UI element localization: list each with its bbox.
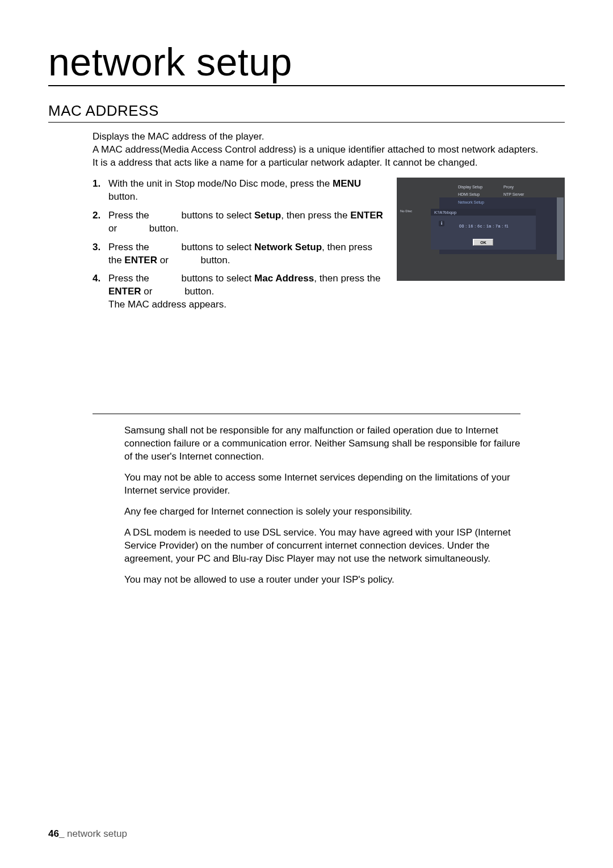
network-setup-label: Network Setup <box>254 242 322 252</box>
step-4-gap <box>152 273 179 284</box>
info-icon: i <box>439 221 444 226</box>
notes-block: Samsung shall not be responsible for any… <box>124 424 531 586</box>
step-3-text-b: buttons to select <box>179 242 254 252</box>
step-3-gap <box>152 242 179 252</box>
steps-list: With the unit in Stop mode/No Disc mode,… <box>93 178 385 311</box>
note-5: You may not be allowed to use a router u… <box>124 574 531 587</box>
step-3: Press the buttons to select Network Setu… <box>93 241 385 267</box>
tv-hdmi-setup: HDMI Setup <box>458 192 480 196</box>
step-3-text-f: or <box>157 255 171 266</box>
step-2-text-b: buttons to select <box>179 210 254 221</box>
note-2: You may not be able to access some Inter… <box>124 471 531 498</box>
mac-address-label: Mac Address <box>254 273 314 284</box>
step-2-text-a: Press the <box>108 210 152 221</box>
footer-label: network setup <box>64 828 127 839</box>
tv-right-column <box>557 197 564 260</box>
enter-label-4: ENTER <box>108 286 141 297</box>
note-3: Any fee charged for Internet connection … <box>124 505 531 519</box>
intro-text: Displays the MAC address of the player. … <box>93 130 565 170</box>
tv-screenshot: No Disc Display Setup HDMI Setup Network… <box>397 178 565 281</box>
tv-no-disc-label: No Disc <box>400 209 412 213</box>
intro-line-1: Displays the MAC address of the player. <box>93 130 565 144</box>
step-2-text-g: button. <box>146 223 179 234</box>
intro-line-3: It is a address that acts like a name fo… <box>93 157 565 170</box>
note-1: Samsung shall not be responsible for any… <box>124 424 531 464</box>
step-1-text-c: button. <box>108 191 138 202</box>
setup-label: Setup <box>254 210 281 221</box>
step-4-text-d: , then press the <box>314 273 380 284</box>
tv-network-setup: Network Setup <box>458 200 484 204</box>
step-2-gap2 <box>120 223 146 234</box>
enter-label-2: ENTER <box>350 210 383 221</box>
footer-page-number: 46_ <box>48 828 64 839</box>
menu-button-label: MENU <box>333 178 361 189</box>
step-2-gap <box>152 210 179 221</box>
section-heading: MAC ADDRESS <box>48 102 565 123</box>
step-1: With the unit in Stop mode/No Disc mode,… <box>93 178 385 204</box>
step-4: Press the buttons to select Mac Address,… <box>93 272 385 311</box>
ok-button[interactable]: OK <box>473 239 493 246</box>
tv-proxy: Proxy <box>503 185 514 189</box>
page-title: network setup <box>48 40 565 86</box>
step-2: Press the buttons to select Setup, then … <box>93 209 385 235</box>
tv-display-setup: Display Setup <box>458 185 482 189</box>
step-4-text-a: Press the <box>108 273 152 284</box>
page-footer: 46_ network setup <box>48 828 127 840</box>
step-4-text-f: or <box>141 286 156 297</box>
step-4-text-g: button. <box>182 286 214 297</box>
step-4-gap2 <box>155 286 182 297</box>
note-4: A DSL modem is needed to use DSL service… <box>124 526 531 566</box>
step-1-text-a: With the unit in Stop mode/No Disc mode,… <box>108 178 333 189</box>
step-2-text-d: , then press the <box>281 210 350 221</box>
tv-ntp: NTP Server <box>503 192 524 196</box>
tv-mac-value: 00 : 16 : 6c : 1a : 7a : f1 <box>459 224 509 228</box>
step-3-gap2 <box>171 255 198 266</box>
step-2-text-f: or <box>108 223 120 234</box>
intro-line-2: A MAC address(Media Access Control addre… <box>93 144 565 157</box>
enter-label-3: ENTER <box>124 255 157 266</box>
step-4-text-b: buttons to select <box>179 273 254 284</box>
notes-divider <box>93 414 520 414</box>
step-3-text-g: button. <box>198 255 230 266</box>
step-3-text-a: Press the <box>108 242 152 252</box>
step-4-result: The MAC address appears. <box>108 299 226 310</box>
